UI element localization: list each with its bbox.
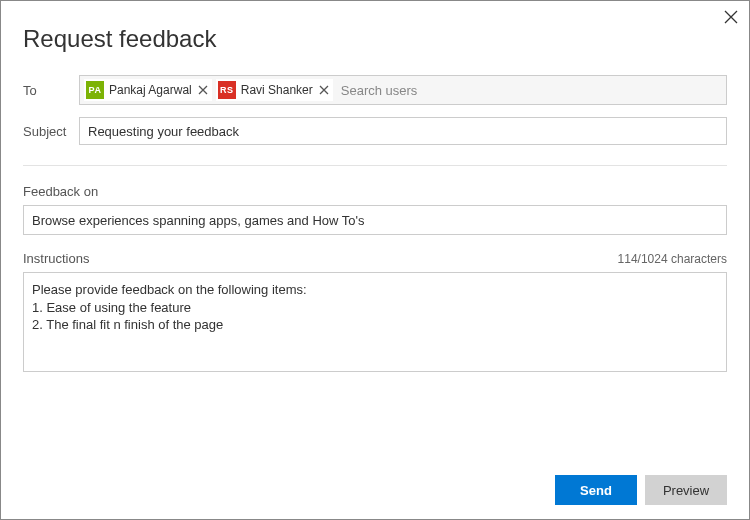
request-feedback-dialog: Request feedback To PA Pankaj Agarwal RS… — [0, 0, 750, 520]
recipient-chip: PA Pankaj Agarwal — [84, 79, 212, 101]
remove-recipient-button[interactable] — [319, 85, 329, 95]
dialog-footer: Send Preview — [23, 461, 727, 519]
instructions-label: Instructions — [23, 251, 89, 266]
divider — [23, 165, 727, 166]
subject-input[interactable] — [79, 117, 727, 145]
remove-recipient-button[interactable] — [198, 85, 208, 95]
instructions-textarea[interactable] — [23, 272, 727, 372]
character-count: 114/1024 characters — [618, 252, 727, 266]
avatar: RS — [218, 81, 236, 99]
close-icon — [724, 10, 738, 24]
recipient-name: Pankaj Agarwal — [109, 83, 192, 97]
preview-button[interactable]: Preview — [645, 475, 727, 505]
to-input[interactable]: PA Pankaj Agarwal RS Ravi Shanker — [79, 75, 727, 105]
to-label: To — [23, 83, 79, 98]
instructions-header: Instructions 114/1024 characters — [23, 251, 727, 266]
close-icon — [198, 85, 208, 95]
subject-label: Subject — [23, 124, 79, 139]
avatar: PA — [86, 81, 104, 99]
to-field-row: To PA Pankaj Agarwal RS Ravi Shanker — [23, 75, 727, 105]
feedback-on-label: Feedback on — [23, 184, 727, 199]
dialog-title: Request feedback — [23, 25, 727, 53]
search-users-input[interactable] — [337, 83, 722, 98]
close-button[interactable] — [721, 7, 741, 27]
send-button[interactable]: Send — [555, 475, 637, 505]
recipient-chip: RS Ravi Shanker — [216, 79, 333, 101]
recipient-name: Ravi Shanker — [241, 83, 313, 97]
close-icon — [319, 85, 329, 95]
feedback-on-input[interactable] — [23, 205, 727, 235]
subject-field-row: Subject — [23, 117, 727, 145]
